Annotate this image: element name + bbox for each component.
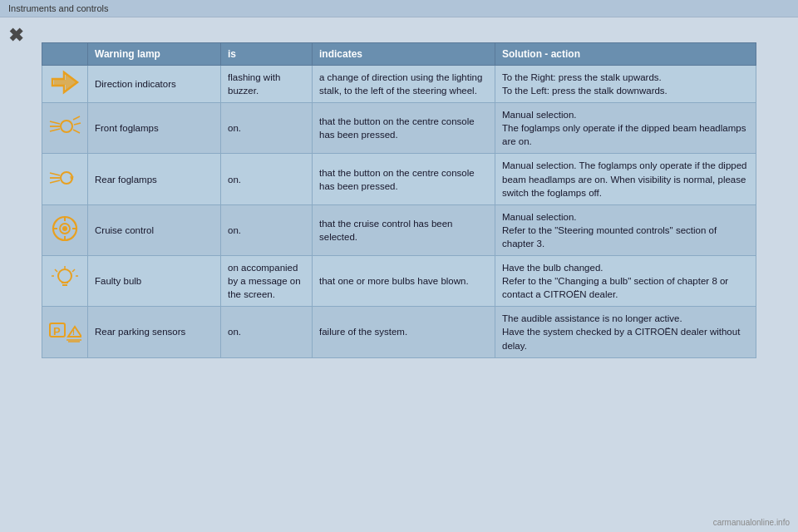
- icon-cell-rear-foglamps: *: [42, 154, 88, 204]
- svg-line-10: [50, 173, 60, 175]
- icon-cell-cruise-control: [42, 204, 88, 255]
- col-header-warning-lamp: Warning lamp: [88, 43, 221, 66]
- svg-text:P: P: [53, 325, 61, 337]
- svg-line-25: [55, 269, 57, 272]
- direction-indicator-icon: [49, 69, 81, 96]
- table-container: Warning lamp is indicates Solution - act…: [42, 42, 756, 358]
- is-cell-0: flashing with buzzer.: [221, 66, 313, 103]
- warning-lamps-table: Warning lamp is indicates Solution - act…: [42, 42, 756, 358]
- is-cell-4: on accompanied by a message on the scree…: [221, 256, 313, 307]
- icon-cell-faulty-bulb: [42, 256, 88, 307]
- solution-cell-1: Manual selection. The foglamps only oper…: [495, 103, 756, 154]
- is-cell-2: on.: [221, 154, 313, 204]
- cruise-control-icon: [50, 214, 80, 244]
- is-cell-5: on.: [221, 307, 313, 357]
- col-header-icon: [42, 43, 88, 66]
- table-row: Front foglampson.that the button on the …: [42, 103, 756, 154]
- svg-point-2: [61, 121, 72, 132]
- svg-line-7: [74, 123, 81, 125]
- table-row: Direction indicatorsflashing with buzzer…: [42, 66, 756, 103]
- table-row: Cruise controlon.that the cruise control…: [42, 204, 756, 255]
- page: Instruments and controls ✖ Warning lamp …: [0, 0, 798, 532]
- svg-marker-31: [68, 327, 81, 337]
- breadcrumb: Instruments and controls: [0, 0, 798, 17]
- is-cell-3: on.: [221, 204, 313, 255]
- warning-name-4: Faulty bulb: [88, 256, 221, 307]
- svg-point-21: [58, 269, 71, 283]
- icon-cell-direction-indicator: [42, 66, 88, 103]
- svg-line-5: [50, 129, 60, 131]
- warning-name-2: Rear foglamps: [88, 154, 221, 204]
- svg-line-8: [73, 130, 80, 133]
- solution-cell-0: To the Right: press the stalk upwards. T…: [495, 66, 756, 103]
- is-cell-1: on.: [221, 103, 313, 154]
- svg-line-6: [73, 116, 80, 120]
- solution-cell-2: Manual selection. The foglamps only oper…: [495, 154, 756, 204]
- breadcrumb-text: Instruments and controls: [8, 3, 108, 13]
- front-foglamps-icon: [48, 113, 81, 140]
- warning-name-3: Cruise control: [88, 204, 221, 255]
- solution-cell-3: Manual selection. Refer to the "Steering…: [495, 204, 756, 255]
- section-marker: ✖: [8, 25, 23, 47]
- indicates-cell-0: a change of direction using the lighting…: [313, 66, 495, 103]
- table-row: P ! Rear parking sensorson.failure of th…: [42, 307, 756, 357]
- col-header-is: is: [221, 43, 313, 66]
- indicates-cell-5: failure of the system.: [313, 307, 495, 357]
- col-header-solution: Solution - action: [495, 43, 756, 66]
- svg-line-12: [50, 180, 60, 183]
- indicates-cell-1: that the button on the centre console ha…: [313, 103, 495, 154]
- svg-point-20: [62, 226, 67, 231]
- solution-cell-4: Have the bulb changed. Refer to the "Cha…: [495, 256, 756, 307]
- warning-name-5: Rear parking sensors: [88, 307, 221, 357]
- warning-name-1: Front foglamps: [88, 103, 221, 154]
- svg-text:!: !: [72, 328, 75, 337]
- indicates-cell-4: that one or more bulbs have blown.: [313, 256, 495, 307]
- rear-parking-icon: P !: [48, 317, 81, 343]
- indicates-cell-2: that the button on the centre console ha…: [313, 154, 495, 204]
- svg-line-3: [50, 121, 60, 124]
- rear-foglamps-icon: *: [48, 165, 81, 191]
- faulty-bulb-icon: [50, 264, 80, 294]
- indicates-cell-3: that the cruise control has been selecte…: [313, 204, 495, 255]
- solution-cell-5: The audible assistance is no longer acti…: [495, 307, 756, 357]
- svg-marker-1: [54, 74, 77, 91]
- svg-text:*: *: [70, 174, 74, 185]
- svg-line-26: [72, 269, 75, 272]
- table-row: * Rear foglampson.that the button on the…: [42, 154, 756, 204]
- table-row: Faulty bulbon accompanied by a message o…: [42, 256, 756, 307]
- warning-name-0: Direction indicators: [88, 66, 221, 103]
- col-header-indicates: indicates: [313, 43, 495, 66]
- icon-cell-rear-parking: P !: [42, 307, 88, 357]
- bottom-logo: carmanualonline.info: [713, 518, 790, 527]
- icon-cell-front-foglamps: [42, 103, 88, 154]
